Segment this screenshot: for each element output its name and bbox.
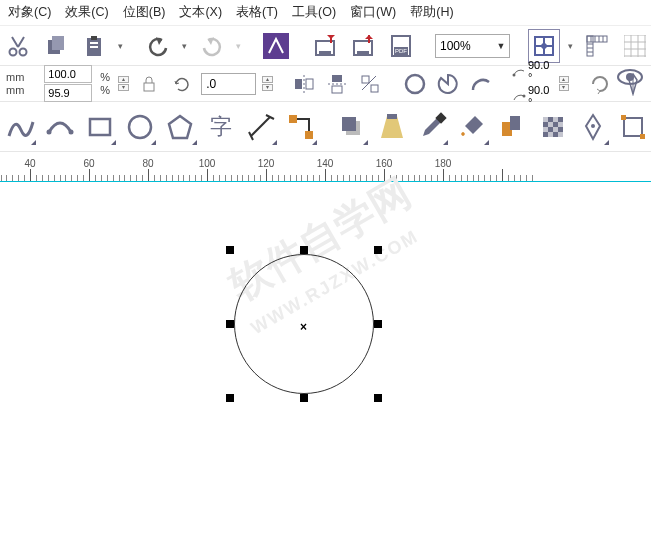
arc-mode-button[interactable] <box>467 69 494 99</box>
svg-point-30 <box>522 95 525 98</box>
svg-rect-24 <box>332 75 342 82</box>
rulers-button[interactable] <box>581 29 613 63</box>
copy-button[interactable] <box>40 29 72 63</box>
pie-mode-button[interactable] <box>434 69 461 99</box>
svg-point-32 <box>69 129 74 134</box>
ruler-tick-label: 100 <box>199 158 216 169</box>
svg-point-0 <box>9 48 16 55</box>
ellipse-mode-button[interactable] <box>401 69 428 99</box>
selection-handle[interactable] <box>374 394 382 402</box>
eyedropper-tool[interactable] <box>414 107 450 147</box>
ruler-tick-label: 60 <box>83 158 94 169</box>
menu-effects[interactable]: 效果(C) <box>65 4 108 21</box>
svg-point-29 <box>512 74 515 77</box>
svg-rect-40 <box>387 114 397 119</box>
selection-handle[interactable] <box>226 394 234 402</box>
lock-ratio-button[interactable] <box>135 69 162 99</box>
pen-tool[interactable] <box>575 107 611 147</box>
cut-button[interactable] <box>2 29 34 63</box>
export-button[interactable] <box>348 29 380 63</box>
polygon-tool[interactable] <box>162 107 198 147</box>
svg-rect-47 <box>621 115 626 120</box>
redo-button[interactable] <box>196 29 228 63</box>
mirror-v-button[interactable] <box>324 69 351 99</box>
selection-handle[interactable] <box>374 320 382 328</box>
freehand-tool[interactable] <box>2 107 38 147</box>
svg-rect-36 <box>289 115 297 123</box>
menu-bitmap[interactable]: 位图(B) <box>123 4 166 21</box>
rotation-spinner[interactable]: ▴▾ <box>262 75 273 93</box>
selection-handle[interactable] <box>226 246 234 254</box>
property-bar: mm mm 100.0 95.9 % % ▴▾ .0 ▴▾ 90.0 ° 90.… <box>0 66 651 102</box>
undo-dropdown[interactable]: ▾ <box>180 41 189 51</box>
zoom-combo[interactable]: 100%▼ <box>435 34 511 58</box>
snap-button[interactable] <box>528 29 560 63</box>
swap-direction-button[interactable] <box>587 69 614 99</box>
curve-tool[interactable] <box>42 107 78 147</box>
import-button[interactable] <box>310 29 342 63</box>
selection-handle[interactable] <box>226 320 234 328</box>
svg-rect-22 <box>295 79 302 89</box>
unit-x-label: mm <box>6 71 24 83</box>
angle-spinner[interactable]: ▴▾ <box>559 75 570 93</box>
scale-spinner[interactable]: ▴▾ <box>118 75 129 93</box>
redo-dropdown[interactable]: ▾ <box>233 41 242 51</box>
mirror-h-button[interactable] <box>291 69 318 99</box>
svg-rect-23 <box>306 79 313 89</box>
grid-button[interactable] <box>619 29 651 63</box>
ruler-tick-label: 180 <box>435 158 452 169</box>
standard-toolbar: ▾ ▾ ▾ PDF 100%▼ ▾ <box>0 26 651 66</box>
rotation-icon <box>168 69 195 99</box>
scale-y-input[interactable]: 95.9 <box>44 84 92 102</box>
rectangle-tool[interactable] <box>82 107 118 147</box>
menu-window[interactable]: 窗口(W) <box>350 4 396 21</box>
start-angle-value[interactable]: 90.0 ° <box>528 59 553 83</box>
marketplace-button[interactable] <box>260 29 292 63</box>
text-tool[interactable]: 字 <box>203 107 239 147</box>
selection-handle[interactable] <box>374 246 382 254</box>
undo-button[interactable] <box>142 29 174 63</box>
shape-edit-tool[interactable] <box>615 107 651 147</box>
svg-rect-39 <box>342 117 356 131</box>
rotation-input[interactable]: .0 <box>201 73 256 95</box>
menu-tools[interactable]: 工具(O) <box>292 4 336 21</box>
svg-rect-26 <box>362 76 369 83</box>
svg-point-45 <box>591 124 595 128</box>
svg-rect-18 <box>587 36 593 56</box>
blend-tool[interactable] <box>495 107 531 147</box>
spotlight-tool[interactable] <box>374 107 410 147</box>
menu-table[interactable]: 表格(T) <box>236 4 278 21</box>
svg-rect-7 <box>90 46 98 48</box>
svg-point-34 <box>129 116 151 138</box>
svg-point-1 <box>19 48 26 55</box>
fill-tool[interactable] <box>454 107 490 147</box>
paste-dropdown[interactable]: ▾ <box>115 41 124 51</box>
export-pdf-button[interactable]: PDF <box>386 29 418 63</box>
align-button[interactable] <box>357 69 384 99</box>
preview-button[interactable] <box>613 60 647 94</box>
svg-rect-46 <box>624 118 642 136</box>
horizontal-ruler[interactable]: 406080100120140160180 <box>0 152 651 182</box>
menu-help[interactable]: 帮助(H) <box>410 4 453 21</box>
ellipse-tool[interactable] <box>122 107 158 147</box>
paste-button[interactable] <box>78 29 110 63</box>
ruler-tick-label: 140 <box>317 158 334 169</box>
selection-handle[interactable] <box>300 246 308 254</box>
svg-rect-27 <box>371 85 378 92</box>
canvas-area[interactable]: 软件自学网 WWW.RJZXW.COM × <box>0 182 651 533</box>
menu-object[interactable]: 对象(C) <box>8 4 51 21</box>
ruler-tick-label: 120 <box>258 158 275 169</box>
shadow-tool[interactable] <box>334 107 370 147</box>
selection-handle[interactable] <box>300 394 308 402</box>
connector-tool[interactable] <box>283 107 319 147</box>
scale-x-input[interactable]: 100.0 <box>44 65 92 83</box>
snap-dropdown[interactable]: ▾ <box>566 41 575 51</box>
dimension-tool[interactable] <box>243 107 279 147</box>
toolbox: 字 <box>0 102 651 152</box>
menu-text[interactable]: 文本(X) <box>179 4 222 21</box>
end-angle-value[interactable]: 90.0 ° <box>528 84 553 108</box>
svg-rect-10 <box>319 51 331 55</box>
svg-rect-5 <box>91 36 97 40</box>
transparency-tool[interactable] <box>535 107 571 147</box>
ruler-tick-label: 80 <box>142 158 153 169</box>
